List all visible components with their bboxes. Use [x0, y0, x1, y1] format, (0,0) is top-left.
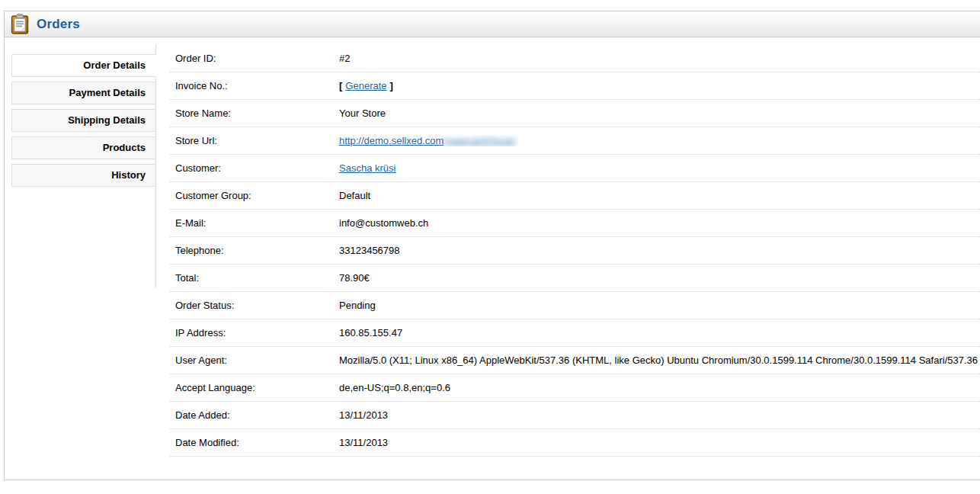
row-value: 13/11/2013 [339, 437, 980, 448]
page-title: Orders [37, 17, 80, 32]
row-label: Total: [170, 272, 339, 284]
store-url-blurred-segment: /saascart/Oscar/ [444, 135, 516, 146]
row-value: Pending [339, 300, 980, 311]
row-label: Customer Group: [170, 190, 339, 201]
row-value: http://demo.sellxed.com/saascart/Oscar/ [339, 135, 980, 146]
row-label: IP Address: [170, 327, 339, 338]
row-value: 160.85.155.47 [339, 327, 980, 338]
row-customer-group: Customer Group: Default [170, 182, 980, 210]
row-total: Total: 78.90€ [170, 265, 980, 292]
row-label: User Agent: [170, 354, 339, 366]
row-label: Order ID: [170, 53, 339, 64]
generate-invoice-link[interactable]: Generate [345, 80, 386, 91]
row-label: Telephone: [170, 245, 339, 256]
row-label: Invoice No.: [170, 80, 339, 91]
row-accept-language: Accept Language: de,en-US;q=0.8,en;q=0.6 [170, 374, 980, 402]
customer-link[interactable]: Sascha krüsi [339, 162, 396, 174]
row-value: 78.90€ [339, 272, 980, 284]
row-label: Customer: [170, 162, 339, 174]
tab-products[interactable]: Products [11, 136, 156, 159]
row-label: E-Mail: [170, 217, 339, 229]
row-value: Sascha krüsi [339, 162, 980, 174]
row-label: Date Modified: [170, 437, 339, 448]
row-user-agent: User Agent: Mozilla/5.0 (X11; Linux x86_… [170, 347, 980, 374]
row-label: Store Url: [170, 135, 339, 146]
row-value: 33123456798 [339, 245, 980, 256]
order-details-table: Order ID: #2 Invoice No.: [Generate] Sto… [170, 45, 980, 457]
row-date-modified: Date Modified: 13/11/2013 [170, 429, 980, 457]
bracket-open: [ [339, 80, 342, 91]
store-url-link[interactable]: http://demo.sellxed.com/saascart/Oscar/ [339, 135, 516, 146]
row-ip-address: IP Address: 160.85.155.47 [170, 319, 980, 347]
row-value: #2 [339, 53, 980, 64]
row-value: Default [339, 190, 980, 201]
row-value: Mozilla/5.0 (X11; Linux x86_64) AppleWeb… [339, 354, 980, 366]
row-telephone: Telephone: 33123456798 [170, 237, 980, 265]
row-label: Date Added: [170, 409, 339, 421]
orders-clipboard-icon [11, 14, 29, 34]
tab-shipping-details[interactable]: Shipping Details [11, 109, 156, 132]
row-label: Accept Language: [170, 382, 339, 393]
row-store-name: Store Name: Your Store [170, 100, 980, 127]
panel-content: Order Details Payment Details Shipping D… [5, 37, 980, 480]
panel-heading: Orders [5, 11, 980, 37]
row-customer: Customer: Sascha krüsi [170, 155, 980, 182]
row-order-status: Order Status: Pending [170, 292, 980, 319]
store-url-visible: http://demo.sellxed.com [339, 135, 444, 146]
row-value: 13/11/2013 [339, 409, 980, 421]
order-section-tabs: Order Details Payment Details Shipping D… [11, 54, 156, 191]
row-value: de,en-US;q=0.8,en;q=0.6 [339, 382, 980, 393]
tab-order-details[interactable]: Order Details [11, 54, 156, 77]
row-value: info@customweb.ch [339, 217, 980, 229]
row-label: Order Status: [170, 300, 339, 311]
bracket-close: ] [390, 80, 393, 91]
tab-payment-details[interactable]: Payment Details [11, 82, 156, 104]
tab-history[interactable]: History [11, 164, 156, 187]
row-email: E-Mail: info@customweb.ch [170, 210, 980, 237]
row-value: [Generate] [339, 80, 980, 91]
row-store-url: Store Url: http://demo.sellxed.com/saasc… [170, 127, 980, 155]
row-label: Store Name: [170, 107, 339, 119]
orders-panel: Orders Order Details Payment Details Shi… [4, 11, 980, 480]
row-order-id: Order ID: #2 [170, 45, 980, 72]
row-invoice-no: Invoice No.: [Generate] [170, 72, 980, 100]
row-value: Your Store [339, 107, 980, 119]
row-date-added: Date Added: 13/11/2013 [170, 402, 980, 429]
